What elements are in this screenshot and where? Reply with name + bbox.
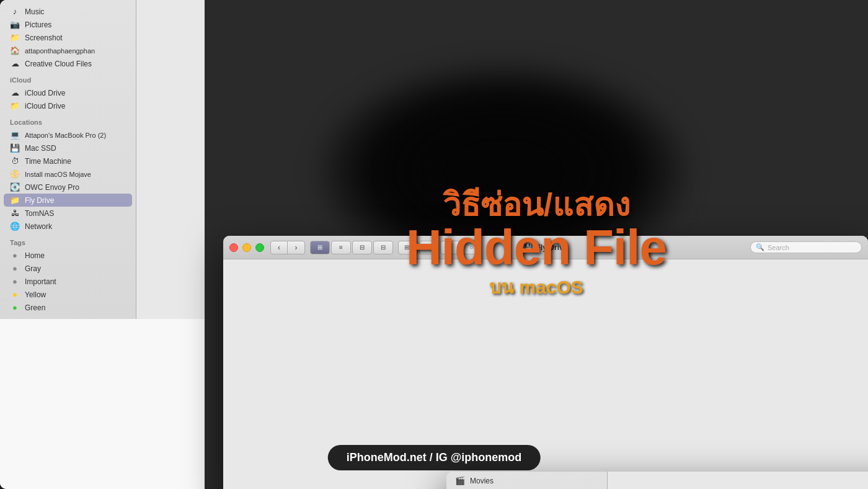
sidebar-bg: ♪ Music 📷 Pictures 📁 Screenshot 🏠 attapo… [0, 0, 136, 319]
macbook-icon-bg: 💻 [10, 130, 20, 140]
screenshot-icon-bg: 📁 [10, 33, 20, 42]
search-bar-front[interactable]: 🔍 Search [750, 241, 862, 253]
sidebar-item-home-tag-bg[interactable]: ● Home [0, 249, 136, 262]
timemachine-icon-bg: ⏱ [10, 156, 20, 166]
back-button-front[interactable]: ‹ [270, 241, 288, 254]
movies-icon-front: 🎬 [455, 476, 465, 485]
maximize-button-front[interactable] [255, 243, 264, 252]
locations-section-label-bg: Locations [0, 112, 136, 128]
flydrive-icon-bg: 📁 [10, 195, 20, 205]
music-icon-bg: ♪ [10, 7, 20, 16]
tags-section-label-bg: Tags [0, 233, 136, 249]
overlay-text-block: วิธีซ่อน/แสดง Hidden File บน macOS [406, 187, 666, 302]
home-tag-icon-bg: ● [10, 251, 20, 260]
tomnas-icon-bg: 🖧 [10, 209, 20, 218]
sidebar-item-yellow-tag-bg[interactable]: ● Yellow [0, 288, 136, 301]
cc-icon-bg: ☁ [10, 59, 20, 68]
owc-icon-bg: 💽 [10, 182, 20, 192]
icloud-icon2-bg: 📁 [10, 101, 20, 110]
view-icons-front[interactable]: ⊞ [310, 241, 330, 254]
sidebar-item-icloud2-bg[interactable]: 📁 iCloud Drive [0, 99, 136, 112]
thai-heading: วิธีซ่อน/แสดง [406, 187, 666, 223]
gray-tag-icon-bg: ● [10, 264, 20, 273]
sidebar-item-music-bg[interactable]: ♪ Music [0, 5, 136, 18]
minimize-button-front[interactable] [242, 243, 251, 252]
watermark-text: iPhoneMod.net / IG @iphonemod [347, 451, 522, 464]
view-columns-front[interactable]: ⊟ [352, 241, 372, 254]
macos-subheading: บน macOS [406, 272, 666, 302]
network-icon-bg: 🌐 [10, 222, 20, 231]
sidebar-item-timemachine-bg[interactable]: ⏱ Time Machine [0, 155, 136, 168]
sidebar-item-flydrive-bg[interactable]: 📁 Fly Drive [4, 194, 132, 207]
sidebar-item-gray-tag-bg[interactable]: ● Gray [0, 262, 136, 275]
hidden-file-heading: Hidden File [406, 223, 666, 272]
view-list-front[interactable]: ≡ [331, 241, 351, 254]
traffic-lights-front [229, 243, 264, 252]
sidebar-item-macbook-bg[interactable]: 💻 Attapon's MacBook Pro (2) [0, 128, 136, 141]
main-area-front: 🎬 Movies 📁 Final Cut Export 📁 LR Export … [446, 472, 868, 489]
sidebar-item-icloud1-bg[interactable]: ☁ iCloud Drive [0, 86, 136, 99]
icloud-icon1-bg: ☁ [10, 88, 20, 97]
sidebar-item-green-tag-bg[interactable]: ● Green [0, 301, 136, 314]
watermark-badge: iPhoneMod.net / IG @iphonemod [328, 445, 541, 470]
search-placeholder-front: Search [768, 244, 789, 251]
sidebar-item-pictures-bg[interactable]: 📷 Pictures [0, 18, 136, 31]
sidebar-item-owc-bg[interactable]: 💽 OWC Envoy Pro [0, 181, 136, 194]
sidebar-item-important-tag-bg[interactable]: ● Important [0, 275, 136, 288]
ssd-icon-bg: 💾 [10, 143, 20, 153]
home-icon-bg: 🏠 [10, 46, 20, 55]
sidebar-item-tomnas-bg[interactable]: 🖧 TomNAS [0, 207, 136, 220]
sidebar-item-screenshot-bg[interactable]: 📁 Screenshot [0, 31, 136, 44]
sidebar-item-creative-cloud-bg[interactable]: ☁ Creative Cloud Files [0, 57, 136, 70]
sidebar-item-macssd-bg[interactable]: 💾 Mac SSD [0, 141, 136, 155]
icloud-section-label-bg: iCloud [0, 70, 136, 86]
yellow-tag-icon-bg: ● [10, 290, 20, 299]
green-tag-icon-bg: ● [10, 303, 20, 312]
sidebar-item-network-bg[interactable]: 🌐 Network [0, 220, 136, 233]
sidebar-item-attapon-bg[interactable]: 🏠 attaponthaphaengphan [0, 44, 136, 57]
front-sidebar: 🎬 Movies 📁 Final Cut Export 📁 LR Export … [446, 472, 608, 489]
forward-button-front[interactable]: › [288, 241, 305, 254]
front-sidebar-movies[interactable]: 🎬 Movies [446, 474, 607, 487]
nav-buttons-front: ‹ › [270, 241, 305, 254]
important-tag-icon-bg: ● [10, 277, 20, 286]
sidebar-item-mojave-bg[interactable]: 📀 Install macOS Mojave [0, 168, 136, 181]
pictures-icon-bg: 📷 [10, 20, 20, 29]
close-button-front[interactable] [229, 243, 238, 252]
search-icon-front: 🔍 [756, 243, 764, 251]
mojave-icon-bg: 📀 [10, 169, 20, 179]
view-gallery-front[interactable]: ⊟ [373, 241, 393, 254]
